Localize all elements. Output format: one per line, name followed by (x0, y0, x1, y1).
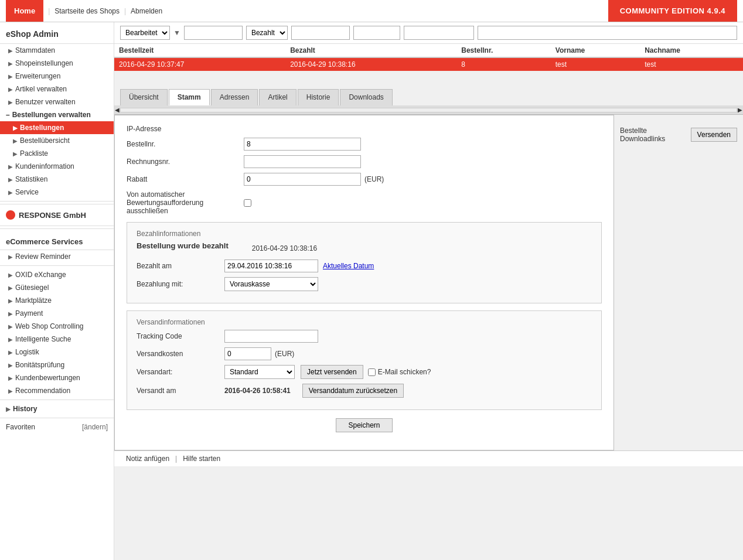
status2-select[interactable]: Bezahlt (246, 26, 288, 40)
tab-adressen[interactable]: Adressen (211, 89, 258, 105)
sidebar-label: History (13, 405, 37, 413)
scroll-left-icon[interactable]: ◀ (114, 107, 120, 113)
sidebar-item-stammdaten[interactable]: ▶ Stammdaten (0, 44, 114, 57)
tab-downloads[interactable]: Downloads (340, 89, 392, 105)
sidebar-item-payment[interactable]: ▶ Payment (0, 307, 114, 320)
scroll-right-icon[interactable]: ▶ (737, 107, 743, 113)
sidebar-item-service[interactable]: ▶ Service (0, 186, 114, 199)
arrow-icon: ▶ (8, 47, 13, 54)
tracking-input[interactable] (224, 330, 318, 343)
shipping-box-title: Versandinformationen (137, 318, 592, 326)
bezahlung-select[interactable]: Vorauskasse Kreditkarte PayPal (224, 277, 318, 291)
cell-bestellzeit: 2016-04-29 10:37:47 (114, 57, 285, 71)
sidebar-item-history[interactable]: ▶ History (0, 402, 114, 415)
payment-datetime: 2016-04-29 10:38:16 (252, 244, 317, 252)
arrow-icon: ▶ (8, 86, 13, 93)
sidebar-label: Intelligente Suche (15, 335, 71, 343)
arrow-icon: ▶ (8, 375, 13, 381)
scroll-bar[interactable] (120, 108, 737, 112)
sidebar-item-web-shop-controlling[interactable]: ▶ Web Shop Controlling (0, 320, 114, 333)
sidebar-item-shopeinstellungen[interactable]: ▶ Shopeinstellungen (0, 57, 114, 70)
bezahlt-am-row: Bezahlt am Aktuelles Datum (137, 259, 592, 272)
filter-input4[interactable] (404, 26, 474, 40)
bottom-bar: Notiz anfügen | Hilfe starten (114, 450, 743, 466)
save-button[interactable]: Speichern (336, 418, 392, 432)
sidebar-item-erweiterungen[interactable]: ▶ Erweiterungen (0, 70, 114, 83)
arrow-icon: ▶ (8, 362, 13, 368)
sidebar-item-bestellungen-verwalten[interactable]: – Bestellungen verwalten (0, 108, 114, 121)
arrow-icon: ▶ (8, 73, 13, 80)
filter-input2[interactable] (291, 26, 350, 40)
sidebar-item-marktplatze[interactable]: ▶ Marktplätze (0, 294, 114, 307)
arrow-icon: ▶ (8, 176, 13, 183)
sidebar-item-gutesiegel[interactable]: ▶ Gütesiegel (0, 281, 114, 294)
versandkosten-label: Versandkosten (137, 350, 224, 358)
sidebar-item-logistik[interactable]: ▶ Logistik (0, 346, 114, 358)
sidebar-item-recommendation[interactable]: ▶ Recommendation (0, 384, 114, 397)
filter-input3[interactable] (353, 26, 400, 40)
rabatt-label: Rabatt (127, 175, 244, 183)
sidebar-title: eShop Admin (0, 22, 114, 44)
cell-vorname: test (551, 57, 640, 71)
sidebar-item-bestellungen[interactable]: ▶ Bestellungen (0, 121, 114, 134)
rechnungsnr-input[interactable] (244, 155, 361, 168)
sidebar-item-oxid-exchange[interactable]: ▶ OXID eXchange (0, 268, 114, 281)
sidebar-label: Stammdaten (15, 46, 55, 54)
aktuelles-datum-link[interactable]: Aktuelles Datum (323, 262, 374, 270)
dropdown-arrow-icon: ▼ (173, 29, 180, 37)
rabatt-input[interactable] (244, 173, 361, 186)
favorites-change[interactable]: [ändern] (82, 423, 108, 431)
bezahlt-am-input[interactable] (224, 259, 318, 272)
logout-link[interactable]: Abmelden (131, 7, 162, 15)
home-button[interactable]: Home (6, 0, 43, 22)
save-row: Speichern (127, 418, 602, 432)
tab-stamm[interactable]: Stamm (169, 89, 210, 105)
sidebar-item-statistiken[interactable]: ▶ Statistiken (0, 173, 114, 186)
col-bezahlt: Bezahlt (285, 44, 456, 57)
tab-ubersicht[interactable]: Übersicht (120, 89, 168, 105)
versanddatum-reset-button[interactable]: Versanddatum zurücksetzen (302, 384, 404, 398)
sidebar-label: Kundeninformation (15, 162, 74, 170)
sidebar-label: Logistik (15, 348, 39, 356)
sidebar-item-kundenbewertungen[interactable]: ▶ Kundenbewertungen (0, 371, 114, 384)
arrow-icon: ▶ (8, 163, 13, 170)
sidebar-item-artikel[interactable]: ▶ Artikel verwalten (0, 83, 114, 95)
tab-artikel[interactable]: Artikel (259, 89, 296, 105)
tab-historie[interactable]: Historie (298, 89, 339, 105)
versandart-select[interactable]: Standard Express (224, 365, 295, 379)
notiz-link[interactable]: Notiz anfügen (126, 455, 169, 463)
payment-box-title: Bezahlinformationen (137, 230, 592, 238)
email-schicken-checkbox[interactable] (368, 368, 376, 376)
arrow-icon: ▶ (13, 151, 18, 157)
filter-input5[interactable] (478, 26, 737, 40)
table-row[interactable]: 2016-04-29 10:37:47 2016-04-29 10:38:16 … (114, 57, 743, 71)
shop-link[interactable]: Startseite des Shops (54, 7, 120, 15)
sidebar-item-benutzer[interactable]: ▶ Benutzer verwalten (0, 95, 114, 108)
hilfe-link[interactable]: Hilfe starten (183, 455, 220, 463)
sidebar-item-intelligente-suche[interactable]: ▶ Intelligente Suche (0, 333, 114, 346)
sidebar-item-kundeninformation[interactable]: ▶ Kundeninformation (0, 160, 114, 173)
versenden-button[interactable]: Versenden (691, 128, 737, 142)
payment-status: Bestellung wurde bezahlt (137, 241, 229, 250)
col-nachname: Nachname (640, 44, 743, 57)
sidebar-item-review-reminder[interactable]: ▶ Review Reminder (0, 250, 114, 263)
sidebar-item-favoriten[interactable]: Favoriten [ändern] (0, 421, 114, 433)
exclude-checkbox[interactable] (244, 199, 251, 207)
sidebar-item-bestelluebersicht[interactable]: ▶ Bestellübersicht (0, 134, 114, 147)
filter-input1[interactable] (184, 26, 243, 40)
bezahlung-mit-row: Bezahlung mit: Vorauskasse Kreditkarte P… (137, 277, 592, 291)
status1-select[interactable]: Bearbeitet (120, 26, 170, 40)
sidebar-item-bonitätsprüfung[interactable]: ▶ Bonitätsprüfung (0, 358, 114, 371)
layout: eShop Admin ▶ Stammdaten ▶ Shopeinstellu… (0, 22, 743, 560)
sidebar-item-packliste[interactable]: ▶ Packliste (0, 147, 114, 160)
cell-nachname: test (640, 57, 743, 71)
sidebar-label: Web Shop Controlling (15, 322, 84, 330)
divider4 (0, 399, 114, 400)
versandkosten-input[interactable] (224, 347, 271, 360)
bezahlt-am-label: Bezahlt am (137, 262, 224, 270)
col-vorname: Vorname (551, 44, 640, 57)
jetzt-versenden-button[interactable]: Jetzt versenden (301, 365, 363, 379)
sidebar-label: Statistiken (15, 175, 47, 183)
rechnungsnr-row: Rechnungsnr. (127, 155, 602, 168)
bestellnr-input[interactable] (244, 138, 361, 151)
